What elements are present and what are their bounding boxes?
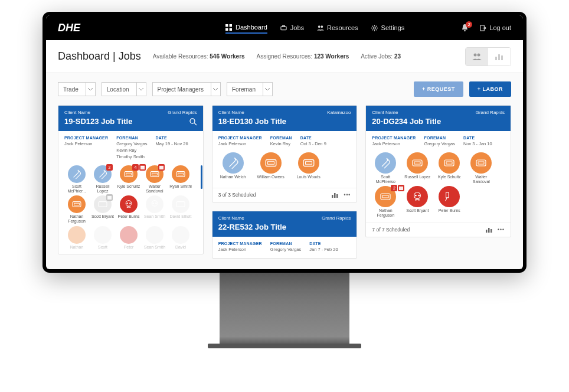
worker-avatar[interactable]: Walter Sandoval [142,165,167,193]
svg-rect-30 [159,166,163,169]
view-people-button[interactable] [466,48,488,66]
logout-button[interactable]: Log out [479,24,511,31]
monitor-frame: DHE Dashboard Jobs [42,12,527,273]
worker-avatar[interactable]: Nathan [64,226,89,250]
svg-rect-50 [303,160,314,166]
search-icon[interactable] [189,117,197,126]
worker-avatar[interactable]: Peter Burns [436,186,463,217]
grid-icon [225,24,233,31]
worker-avatar[interactable]: Scott Bryant [90,195,115,223]
svg-rect-56 [414,162,420,164]
worker-avatar[interactable]: 2Nathan Ferguson [372,186,399,217]
worker-avatar[interactable]: 2Russell Lopez [90,165,115,193]
screen: DHE Dashboard Jobs [46,15,523,269]
svg-rect-36 [74,204,80,206]
request-button[interactable]: + REQUEST [414,81,463,97]
more-icon[interactable]: ••• [498,227,505,233]
svg-rect-48 [266,160,276,166]
job-card[interactable]: Client Name Kalamazoo 18-ED130 Job Title… [212,105,358,202]
calendar-badge [158,164,165,171]
nav-jobs[interactable]: Jobs [280,24,304,32]
nav-dashboard[interactable]: Dashboard [225,24,267,34]
job-card[interactable]: Client Name Grand Rapids 19-SD123 Job Ti… [58,105,204,254]
nav-resources-label: Resources [327,24,358,31]
cards-area: Client Name Grand Rapids 19-SD123 Job Ti… [46,105,523,269]
worker-avatar[interactable]: William Owens [256,152,286,179]
svg-rect-34 [178,173,184,175]
worker-avatar[interactable]: Sean Smith [142,195,167,223]
chart-icon[interactable] [486,227,493,233]
nav-dashboard-label: Dashboard [236,24,267,31]
stat-available: Available Resources: 546 Workers [153,53,245,60]
avatar-grid: Scott McPhier... 2Russell Lopez 4Kyle Sc… [58,165,203,254]
logout-icon [479,24,486,31]
job-card[interactable]: Client Name Grand Rapids 20-DG234 Job Ti… [365,105,511,237]
svg-rect-32 [152,173,158,175]
notifications-button[interactable]: 2 [461,24,469,32]
worker-avatar[interactable]: Nathan Ferguson [64,195,89,223]
calendar-badge [106,194,113,201]
svg-rect-3 [230,28,232,30]
chevron-down-icon [211,83,220,96]
job-card[interactable]: Client Name Grand Rapids 22-RE532 Job Ti… [212,211,358,259]
worker-avatar[interactable]: David [168,226,193,250]
filter-trade[interactable]: Trade [58,82,96,96]
svg-point-65 [415,195,417,197]
count-badge: 4 [132,164,139,171]
filter-project-managers[interactable]: Project Managers [152,82,221,96]
svg-point-17 [464,30,466,32]
svg-rect-59 [476,160,486,166]
svg-rect-23 [501,55,503,60]
worker-avatar[interactable]: Sean Smith [142,226,167,250]
view-chart-button[interactable] [488,48,511,66]
worker-avatar[interactable]: Scott McPhierso [372,152,399,184]
filter-foreman[interactable]: Foreman [227,82,273,96]
svg-line-14 [376,30,377,30]
svg-rect-61 [399,187,403,190]
bar-chart-icon [495,53,504,61]
labor-button[interactable]: + LABOR [469,81,511,97]
nav-center: Dashboard Jobs Resources [137,24,404,32]
svg-point-24 [190,119,195,123]
card-meta: PROJECT MANAGER Jack Peterson FOREMAN Gr… [58,131,203,165]
worker-avatar[interactable]: Nathan Welch [218,152,248,179]
svg-rect-60 [478,162,484,164]
svg-rect-72 [488,228,490,233]
svg-rect-4 [281,27,286,30]
filter-location[interactable]: Location [102,82,146,96]
worker-avatar[interactable]: Russell Lopez [404,152,431,184]
nav-settings[interactable]: Settings [371,24,405,32]
worker-avatar[interactable]: 4Kyle Schultz [116,165,141,193]
avatar-grid: Scott McPhierso Russell Lopez Kyle Schul… [366,152,511,223]
svg-point-40 [126,203,127,204]
worker-avatar[interactable]: Walter Sandoval [467,152,495,184]
nav-resources[interactable]: Resources [317,24,358,32]
more-icon[interactable]: ••• [344,192,351,198]
header-bar: Dashboard | Jobs Available Resources: 54… [46,40,523,73]
count-badge: 2 [106,164,113,171]
city-label: Grand Rapids [476,110,505,115]
card-header: Client Name Grand Rapids 19-SD123 Job Ti… [58,106,203,131]
top-nav: DHE Dashboard Jobs [46,15,523,40]
view-toggle [465,47,511,66]
svg-rect-28 [125,172,133,177]
scroll-indicator[interactable] [201,165,202,189]
worker-avatar[interactable]: Scott McPhier... [64,165,89,193]
worker-avatar[interactable]: Scott [90,226,115,250]
svg-rect-52 [332,195,333,198]
svg-point-6 [318,25,321,28]
chart-icon[interactable] [332,192,339,198]
worker-avatar[interactable]: Ryan Smithl [168,165,193,193]
svg-rect-69 [446,192,449,198]
worker-avatar[interactable]: David Elliott [168,195,193,223]
scheduled-count: 7 of 7 Scheduled [372,227,410,233]
worker-avatar[interactable]: Louis Woods [294,152,323,179]
filter-row: Trade Location Project Managers [46,73,523,105]
svg-rect-22 [498,54,500,60]
nav-right: 2 Log out [461,24,511,32]
worker-avatar[interactable]: Scott Bryant [404,186,431,217]
count-badge: 2 [391,185,397,191]
worker-avatar[interactable]: Peter Burns [116,195,141,223]
worker-avatar[interactable]: Peter [116,226,141,250]
worker-avatar[interactable]: Kyle Schultz [436,152,463,184]
